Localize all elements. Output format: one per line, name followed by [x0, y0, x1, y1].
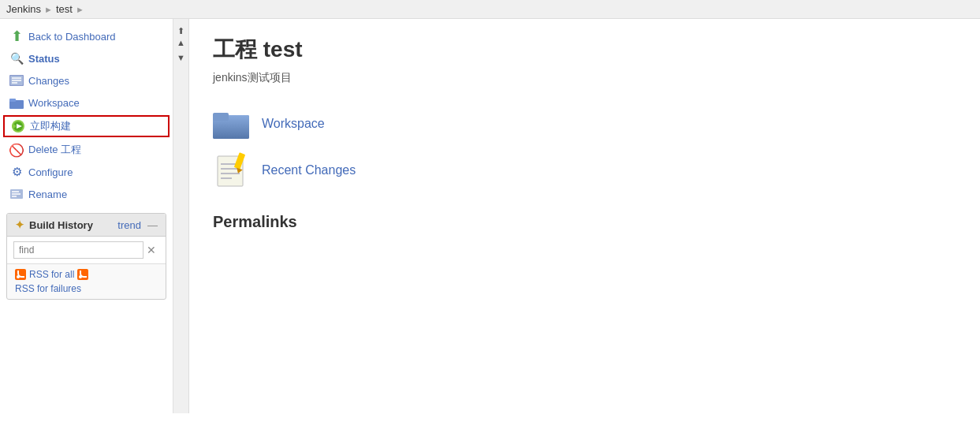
- rss-failures-link[interactable]: RSS for failures: [15, 283, 81, 294]
- breadcrumb-sep-2: ►: [76, 5, 84, 14]
- build-rss-area: RSS for all RSS for failures: [7, 264, 166, 299]
- scroll-up-button[interactable]: ▲: [175, 37, 187, 49]
- delete-icon: 🚫: [9, 143, 24, 157]
- content-links: Workspace: [213, 109, 956, 189]
- sidebar-rename-label: Rename: [28, 189, 67, 200]
- workspace-link-item: Workspace: [213, 109, 956, 139]
- build-search-area: ✕: [7, 237, 166, 264]
- sidebar-changes-label: Changes: [28, 75, 69, 87]
- main-content: 工程 test jenkins测试项目: [189, 19, 980, 413]
- changes-icon: [9, 73, 24, 88]
- build-history-title: ✦ Build History: [15, 218, 93, 231]
- sidebar-item-workspace[interactable]: Workspace: [0, 91, 173, 114]
- gear-icon: ⚙: [9, 165, 24, 179]
- scroll-top-button[interactable]: ⬆: [176, 25, 186, 37]
- build-history-panel: ✦ Build History trend — ✕ RSS for all RS…: [6, 213, 166, 300]
- sidebar-configure-label: Configure: [28, 166, 73, 178]
- main-layout: ⬆ Back to Dashboard 🔍 Status Changes: [0, 19, 980, 413]
- project-title: 工程 test: [213, 35, 956, 65]
- build-search-input[interactable]: [13, 241, 143, 259]
- build-history-header: ✦ Build History trend —: [7, 214, 166, 237]
- build-now-icon: [11, 119, 25, 133]
- project-desc: jenkins测试项目: [213, 71, 956, 85]
- sidebar-delete-label: Delete 工程: [28, 143, 81, 157]
- build-search-clear-button[interactable]: ✕: [143, 244, 159, 256]
- breadcrumb-test[interactable]: test: [56, 3, 73, 15]
- sidebar-item-delete[interactable]: 🚫 Delete 工程: [0, 139, 173, 161]
- sidebar-back-label: Back to Dashboard: [28, 31, 116, 43]
- sidebar-item-changes[interactable]: Changes: [0, 69, 173, 91]
- rss-failures-icon: [77, 269, 88, 280]
- workspace-link[interactable]: Workspace: [262, 117, 325, 131]
- build-history-title-text: Build History: [29, 219, 93, 231]
- permalinks-title: Permalinks: [213, 213, 956, 231]
- arrow-up-icon: ⬆: [9, 29, 24, 43]
- rename-icon: [9, 187, 24, 201]
- build-history-trend-area: trend —: [117, 219, 158, 231]
- big-notepad-icon: [213, 151, 251, 189]
- breadcrumb-jenkins[interactable]: Jenkins: [6, 3, 41, 15]
- sidebar-item-configure[interactable]: ⚙ Configure: [0, 161, 173, 183]
- rss-all-link[interactable]: RSS for all: [29, 269, 74, 280]
- scroll-down-button[interactable]: ▼: [175, 52, 187, 64]
- big-folder-icon: [213, 109, 251, 139]
- trend-dash: —: [147, 219, 158, 231]
- breadcrumb-sep-1: ►: [44, 5, 53, 14]
- sidebar: ⬆ Back to Dashboard 🔍 Status Changes: [0, 19, 173, 413]
- recent-changes-link-item: Recent Changes: [213, 151, 956, 189]
- build-gear-icon: ✦: [15, 218, 24, 231]
- sidebar-item-build-now[interactable]: 立即构建: [3, 115, 170, 137]
- sidebar-build-now-label: 立即构建: [30, 119, 71, 133]
- breadcrumb: Jenkins ► test ►: [0, 0, 980, 19]
- svg-rect-17: [213, 113, 229, 121]
- sidebar-item-status[interactable]: 🔍 Status: [0, 47, 173, 69]
- rss-all-icon: [15, 269, 26, 280]
- sidebar-workspace-label: Workspace: [28, 97, 80, 109]
- sidebar-item-rename[interactable]: Rename: [0, 183, 173, 205]
- folder-icon: [9, 95, 24, 110]
- search-icon: 🔍: [9, 51, 24, 65]
- scroll-arrows-panel: ⬆ ▲ ▼: [173, 19, 189, 413]
- trend-link[interactable]: trend: [117, 219, 141, 231]
- svg-rect-6: [9, 99, 16, 102]
- sidebar-status-label: Status: [28, 53, 60, 65]
- recent-changes-link[interactable]: Recent Changes: [262, 163, 356, 177]
- sidebar-item-back[interactable]: ⬆ Back to Dashboard: [0, 25, 173, 47]
